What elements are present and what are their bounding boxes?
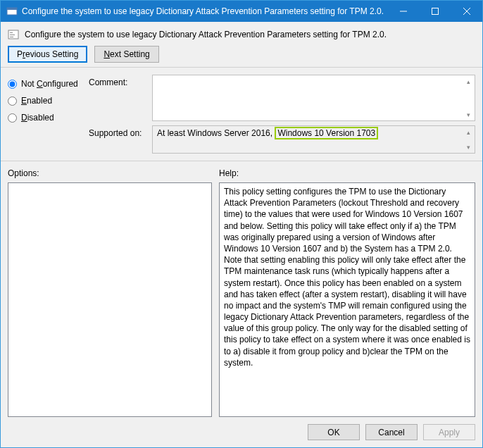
svg-rect-1 bbox=[7, 8, 17, 10]
radio-not-configured[interactable]: Not Configured bbox=[8, 79, 89, 89]
svg-rect-7 bbox=[10, 32, 13, 33]
options-box[interactable] bbox=[8, 182, 212, 417]
supported-highlight: Windows 10 Version 1703 bbox=[275, 127, 378, 139]
ok-button[interactable]: OK bbox=[308, 424, 360, 440]
subheader-text: Configure the system to use legacy Dicti… bbox=[25, 30, 387, 39]
comment-textarea[interactable]: ▴ ▾ bbox=[152, 75, 475, 121]
subheader: Configure the system to use legacy Dicti… bbox=[1, 22, 482, 40]
help-box[interactable]: This policy setting configures the TPM t… bbox=[219, 182, 475, 417]
help-text: This policy setting configures the TPM t… bbox=[224, 186, 470, 368]
policy-editor-window: Configure the system to use legacy Dicti… bbox=[0, 0, 483, 448]
svg-rect-3 bbox=[432, 8, 438, 15]
minimize-button[interactable] bbox=[387, 1, 419, 22]
scroll-up-icon[interactable]: ▴ bbox=[463, 127, 474, 137]
radio-enabled[interactable]: Enabled bbox=[8, 96, 89, 106]
radio-not-configured-input[interactable] bbox=[8, 80, 17, 89]
scroll-up-icon[interactable]: ▴ bbox=[463, 76, 474, 87]
svg-rect-8 bbox=[10, 35, 15, 35]
scroll-down-icon[interactable]: ▾ bbox=[463, 109, 474, 120]
policy-icon bbox=[8, 29, 19, 40]
svg-rect-9 bbox=[10, 37, 13, 37]
window-title: Configure the system to use legacy Dicti… bbox=[22, 6, 387, 16]
cancel-button[interactable]: Cancel bbox=[365, 424, 418, 440]
apply-button: Apply bbox=[423, 424, 475, 440]
radio-disabled-input[interactable] bbox=[8, 113, 17, 123]
titlebar: Configure the system to use legacy Dicti… bbox=[1, 1, 482, 22]
next-setting-button[interactable]: Next Setting bbox=[94, 46, 158, 63]
previous-setting-button[interactable]: Previous Setting bbox=[8, 46, 87, 63]
comment-label: Comment: bbox=[89, 75, 152, 121]
radio-enabled-input[interactable] bbox=[8, 97, 17, 106]
app-icon bbox=[6, 6, 18, 17]
scroll-down-icon[interactable]: ▾ bbox=[463, 142, 474, 152]
mid-section: Not Configured Enabled Disabled Comment:… bbox=[1, 68, 482, 161]
nav-row: Previous Setting Next Setting bbox=[1, 40, 482, 68]
close-button[interactable] bbox=[451, 1, 482, 22]
supported-on-box: At least Windows Server 2016, Windows 10… bbox=[152, 125, 475, 154]
supported-prefix: At least Windows Server 2016, bbox=[157, 128, 272, 138]
state-radiogroup: Not Configured Enabled Disabled bbox=[8, 75, 89, 161]
button-bar: OK Cancel Apply bbox=[1, 417, 482, 447]
help-label: Help: bbox=[219, 168, 475, 178]
main-area: Options: Help: This policy setting confi… bbox=[1, 161, 482, 417]
maximize-button[interactable] bbox=[419, 1, 451, 22]
radio-disabled[interactable]: Disabled bbox=[8, 113, 89, 123]
supported-label: Supported on: bbox=[89, 125, 152, 154]
options-label: Options: bbox=[8, 168, 212, 178]
